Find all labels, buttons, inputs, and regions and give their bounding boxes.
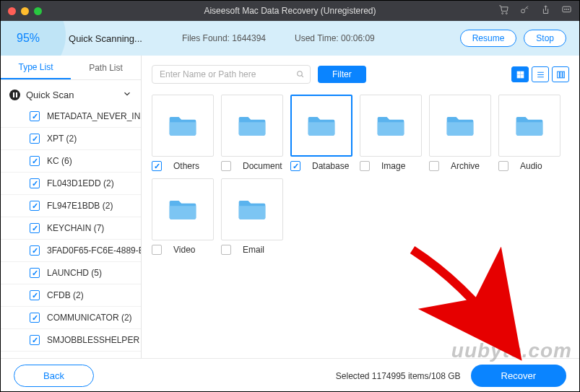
folder-label: Email [243,245,264,255]
type-tree: Quick Scan METADATA_NEVER_INDEXXPT (2)KC… [1,80,141,358]
folder-checkbox[interactable] [429,161,439,171]
checkbox[interactable] [30,223,40,233]
folder-card-audio: Audio [498,95,560,171]
folder-label: Audio [520,161,542,171]
svg-rect-16 [557,71,559,78]
search-icon [295,69,305,81]
folder-email[interactable] [221,178,283,240]
view-list-button[interactable] [532,66,549,82]
tree-item[interactable]: METADATA_NEVER_INDEX [1,105,141,128]
folder-database[interactable] [290,95,352,157]
tree-item[interactable]: CFDB (2) [1,284,141,307]
resume-button[interactable]: Resume [460,30,517,47]
svg-point-4 [565,9,566,9]
folder-card-database: Database [290,95,352,171]
tree-item-label: FL947E1BDB (2) [47,201,113,211]
tree-item-label: 3FAD0F65-FC6E-4889-B9 [47,245,141,256]
filter-button[interactable]: Filter [318,66,366,83]
share-icon[interactable] [540,4,551,17]
folder-others[interactable] [152,95,214,157]
folder-icon [167,109,199,143]
tree-item[interactable]: 3FAD0F65-FC6E-4889-B9 [1,240,141,262]
folder-checkbox[interactable] [360,161,370,171]
content-area: Filter OthersDocumentDatabaseImageArchiv… [142,56,579,358]
folder-checkbox[interactable] [152,161,162,171]
svg-rect-9 [517,71,520,74]
folder-checkbox[interactable] [152,245,162,255]
tab-type-list[interactable]: Type List [1,56,71,79]
back-button[interactable]: Back [14,365,94,387]
window-controls [8,7,42,15]
folder-checkbox[interactable] [221,161,231,171]
folder-card-others: Others [152,95,214,171]
folder-document[interactable] [221,95,283,157]
tree-item-label: XPT (2) [47,134,77,144]
folder-card-video: Video [152,178,214,255]
feedback-icon[interactable] [561,4,572,17]
checkbox[interactable] [30,201,40,211]
checkbox[interactable] [30,134,40,144]
cart-icon[interactable] [498,4,509,17]
search-input[interactable] [152,65,311,84]
tree-item[interactable]: COMMUNICATOR (2) [1,307,141,329]
svg-line-8 [301,75,303,77]
tree-item[interactable]: KEYCHAIN (7) [1,217,141,240]
tree-item-label: COMMUNICATOR (2) [47,313,132,323]
view-grid-button[interactable] [511,66,529,82]
folder-card-image: Image [360,95,422,171]
checkbox[interactable] [30,335,40,345]
folder-audio[interactable] [498,95,560,157]
checkbox[interactable] [30,156,40,166]
used-time-label: Used Time: 00:06:09 [295,33,375,43]
tree-root-label: Quick Scan [26,90,74,100]
stop-button[interactable]: Stop [524,30,566,47]
folder-video[interactable] [152,178,214,240]
checkbox[interactable] [30,111,40,121]
tree-item-label: FL043D1EDD (2) [47,178,114,188]
folder-archive[interactable] [429,95,491,157]
minimize-window-button[interactable] [21,7,29,15]
tree-item[interactable]: SMJOBBLESSHELPER (2) [1,329,141,352]
folder-checkbox[interactable] [498,161,508,171]
tree-item[interactable]: FL043D1EDD (2) [1,173,141,195]
files-found-label: Files Found: 1644394 [182,33,266,43]
folder-checkbox[interactable] [290,161,300,171]
fullscreen-window-button[interactable] [34,7,42,15]
close-window-button[interactable] [8,7,16,15]
svg-point-0 [502,13,503,14]
tree-root-quick-scan[interactable]: Quick Scan [1,84,141,105]
folder-icon [167,193,199,227]
svg-rect-12 [521,75,524,78]
pause-icon [9,90,20,100]
view-columns-button[interactable] [552,66,569,82]
checkbox[interactable] [30,313,40,323]
folder-label: Image [381,161,405,171]
folder-card-document: Document [221,95,283,171]
folder-label: Video [173,245,195,255]
tab-path-list[interactable]: Path List [71,56,141,79]
content-toolbar: Filter [152,56,569,87]
folder-card-archive: Archive [429,95,491,171]
checkbox[interactable] [30,290,40,300]
folder-icon [375,109,407,143]
recover-button[interactable]: Recover [471,365,566,387]
checkbox[interactable] [30,245,40,256]
tree-item-label: CFDB (2) [47,290,84,300]
svg-rect-18 [563,71,564,78]
tree-item-label: METADATA_NEVER_INDEX [47,111,141,121]
folder-checkbox[interactable] [221,245,231,255]
folder-card-email: Email [221,178,283,255]
tree-item-label: KC (6) [47,156,72,166]
svg-point-7 [298,71,303,77]
folder-icon [236,109,268,143]
tree-item[interactable]: XPT (2) [1,128,141,150]
tree-item[interactable]: KC (6) [1,150,141,173]
checkbox[interactable] [30,178,40,188]
folder-image[interactable] [360,95,422,157]
tree-item[interactable]: LAUNCHD (5) [1,262,141,284]
folder-label: Archive [451,161,480,171]
checkbox[interactable] [30,268,40,278]
folder-label: Database [312,161,349,171]
tree-item[interactable]: FL947E1BDB (2) [1,195,141,217]
key-icon[interactable] [519,4,530,17]
